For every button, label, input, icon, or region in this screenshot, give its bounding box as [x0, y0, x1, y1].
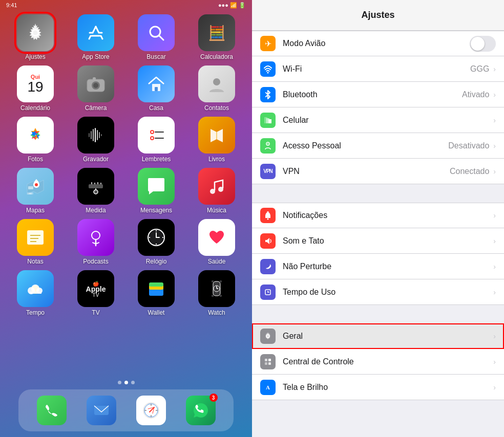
tela-label: Tela e Brilho	[283, 383, 493, 392]
status-bar: 9:41 ●●● 📶 🔋	[0, 0, 252, 10]
app-item-appstore[interactable]: App Store	[70, 14, 121, 60]
settings-row-tela[interactable]: A Tela e Brilho ›	[252, 375, 504, 400]
app-item-relogio[interactable]: Relógio	[131, 219, 182, 265]
svg-point-76	[267, 218, 269, 220]
svg-rect-84	[268, 362, 271, 365]
svg-rect-52	[29, 292, 41, 294]
settings-row-celular[interactable]: Celular ›	[252, 107, 504, 133]
nao-perturbe-chevron: ›	[493, 263, 496, 271]
modo-aviao-toggle[interactable]	[470, 36, 496, 52]
settings-list[interactable]: ✈ Modo Avião Wi-Fi GGG ›	[252, 31, 504, 437]
app-item-ajustes[interactable]: Ajustes	[10, 14, 61, 60]
bluetooth-chevron: ›	[493, 91, 496, 99]
som-icon	[260, 233, 276, 249]
svg-point-10	[213, 78, 220, 85]
app-item-buscar[interactable]: Buscar	[131, 14, 182, 60]
svg-rect-16	[99, 132, 100, 138]
app-row-4: 280 Mapas Me	[5, 168, 247, 214]
status-icons: ●●● 📶 🔋	[218, 2, 246, 9]
settings-row-bluetooth[interactable]: Bluetooth Ativado ›	[252, 82, 504, 107]
app-item-notas[interactable]: Notas	[10, 219, 61, 265]
app-item-camera[interactable]: Câmera	[70, 65, 121, 112]
settings-row-geral[interactable]: Geral ›	[252, 323, 504, 349]
central-chevron: ›	[493, 358, 496, 366]
camera-label: Câmera	[85, 104, 107, 112]
safari-dock-icon	[136, 396, 166, 425]
contatos-icon	[198, 65, 235, 102]
app-item-calculadora[interactable]: 🧮 Calculadora	[191, 14, 242, 60]
relogio-icon	[138, 219, 175, 256]
app-item-lembretes[interactable]: Lembretes	[131, 117, 182, 163]
fotos-icon	[17, 117, 54, 154]
app-item-calendario[interactable]: Qui 19 Calendário	[10, 65, 61, 112]
app-item-podcasts[interactable]: Podcasts	[70, 219, 121, 265]
settings-row-central[interactable]: Central de Controle ›	[252, 349, 504, 375]
ajustes-label: Ajustes	[25, 53, 45, 60]
svg-text:TV: TV	[93, 292, 99, 298]
app-item-watch[interactable]: Watch	[191, 270, 242, 316]
settings-row-nao-perturbe[interactable]: Não Perturbe ›	[252, 254, 504, 279]
tempo-uso-label: Tempo de Uso	[283, 288, 493, 297]
tempo-icon	[17, 270, 54, 307]
dock: 3	[0, 381, 252, 437]
app-item-mensagens[interactable]: Mensagens	[131, 168, 182, 214]
svg-rect-62	[212, 295, 214, 297]
modo-aviao-label: Modo Avião	[283, 39, 470, 48]
settings-group-3: Geral › Central de Controle ›	[252, 323, 504, 400]
watch-label: Watch	[208, 309, 225, 316]
app-item-wallet[interactable]: Wallet	[131, 270, 182, 316]
svg-rect-83	[265, 362, 267, 365]
app-item-mapas[interactable]: 280 Mapas	[10, 168, 61, 214]
wifi-chevron: ›	[493, 65, 496, 73]
settings-row-acesso[interactable]: Acesso Pessoal Desativado ›	[252, 133, 504, 159]
app-item-casa[interactable]: Casa	[131, 65, 182, 112]
podcasts-icon	[77, 219, 114, 256]
dock-item-telefone[interactable]	[37, 396, 67, 425]
mapas-icon: 280	[17, 168, 54, 205]
app-item-fotos[interactable]: Fotos	[10, 117, 61, 163]
dock-item-whatsapp[interactable]: 3	[186, 396, 216, 425]
time: 9:41	[6, 2, 17, 8]
app-item-livros[interactable]: Livros	[191, 117, 242, 163]
settings-row-notificacoes[interactable]: Notificações ›	[252, 203, 504, 228]
svg-rect-58	[149, 282, 163, 287]
bluetooth-label: Bluetooth	[283, 90, 462, 99]
settings-group-2: Notificações › Som e Tato ›	[252, 203, 504, 305]
svg-rect-36	[27, 230, 44, 245]
app-item-contatos[interactable]: Contatos	[191, 65, 242, 112]
calendario-label: Calendário	[20, 104, 50, 112]
app-item-tempo[interactable]: Tempo	[10, 270, 61, 316]
settings-row-vpn[interactable]: VPN VPN Conectado ›	[252, 159, 504, 184]
settings-row-modo-aviao[interactable]: ✈ Modo Avião	[252, 31, 504, 56]
app-item-saude[interactable]: Saúde	[191, 219, 242, 265]
mensagens-label: Mensagens	[140, 207, 172, 214]
dock-item-safari[interactable]	[136, 396, 166, 425]
app-row-6: Tempo Apple 🍎 TV TV	[5, 270, 247, 316]
wallet-label: Wallet	[148, 309, 165, 316]
lembretes-label: Lembretes	[142, 156, 171, 163]
settings-row-wifi[interactable]: Wi-Fi GGG ›	[252, 56, 504, 82]
app-item-tv[interactable]: Apple 🍎 TV TV	[70, 270, 121, 316]
app-item-musica[interactable]: Música	[191, 168, 242, 214]
app-item-medida[interactable]: Medida	[70, 168, 121, 214]
app-item-gravador[interactable]: Gravador	[70, 117, 121, 163]
wifi-label: Wi-Fi	[283, 64, 470, 74]
bluetooth-value: Ativado	[462, 90, 489, 99]
vpn-chevron: ›	[493, 167, 496, 176]
appstore-icon	[77, 14, 114, 51]
calculadora-icon: 🧮	[198, 14, 235, 51]
svg-rect-73	[268, 119, 271, 123]
bluetooth-icon	[260, 87, 276, 102]
acesso-value: Desativado	[448, 141, 489, 150]
settings-row-tempo-uso[interactable]: Tempo de Uso ›	[252, 279, 504, 305]
svg-rect-27	[89, 184, 103, 188]
dot-3	[131, 381, 135, 384]
tempo-label: Tempo	[26, 309, 45, 316]
vpn-label: VPN	[283, 167, 450, 176]
notificacoes-chevron: ›	[493, 211, 496, 220]
settings-row-som[interactable]: Som e Tato ›	[252, 228, 504, 254]
medida-label: Medida	[86, 207, 106, 214]
svg-rect-13	[93, 129, 94, 141]
airplane-icon: ✈	[260, 36, 276, 51]
dock-item-mail[interactable]	[87, 396, 116, 425]
